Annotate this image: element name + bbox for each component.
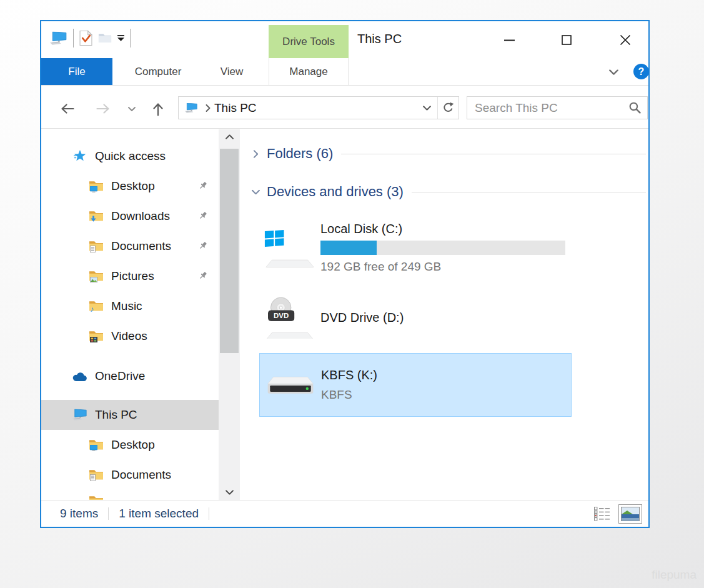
sidebar-item-videos[interactable]: Videos [41,321,219,351]
tab-file[interactable]: File [41,58,112,85]
new-folder-icon[interactable] [98,32,112,44]
sidebar-item-desktop[interactable]: Desktop [41,171,219,201]
tab-manage[interactable]: Manage [269,58,349,85]
scroll-down-icon[interactable] [219,486,240,499]
music-folder-icon: ♪ [89,300,104,312]
expand-ribbon-button[interactable] [605,66,622,78]
contextual-tab-drive-tools[interactable]: Drive Tools [269,25,349,58]
tab-view-label: View [221,66,244,78]
scroll-up-icon[interactable] [219,131,240,143]
folder-icon [89,495,104,500]
sidebar-spacer [41,351,219,361]
pin-icon [197,211,208,221]
pin-icon [197,181,208,191]
sidebar-item-partial[interactable] [41,490,219,500]
close-icon [620,34,631,46]
search-icon[interactable] [629,102,641,114]
properties-icon[interactable] [79,30,92,46]
view-switcher [592,504,642,524]
chevron-right-icon [252,150,260,158]
group-divider-line [412,192,646,192]
address-bar[interactable]: This PC [178,96,459,119]
refresh-button[interactable] [437,97,459,119]
group-header-devices-and-drives[interactable]: Devices and drives (3) [240,182,646,201]
hard-drive-windows-icon [259,227,320,267]
sidebar-item-quick-access[interactable]: Quick access [41,141,219,171]
videos-folder-icon [89,330,104,342]
sidebar-item-label: This PC [95,408,137,422]
dvd-badge-label: DVD [274,312,289,319]
breadcrumb-chevron-icon[interactable] [206,104,211,112]
recent-locations-button[interactable] [123,100,141,117]
chevron-down-icon [609,69,618,75]
sidebar-item-label: Documents [111,239,171,253]
sidebar-item-label: Desktop [111,438,155,452]
status-separator [209,507,209,520]
documents-folder-icon [89,469,104,481]
sidebar-item-documents[interactable]: Documents [41,231,219,261]
removable-drive-icon [260,374,321,396]
breadcrumb-location[interactable]: This PC [214,101,416,115]
tab-file-label: File [68,66,85,78]
drive-tile-local-disk-c[interactable]: Local Disk (C:) 192 GB free of 249 GB [259,214,572,281]
drive-info: DVD Drive (D:) [320,311,572,325]
sidebar-item-pictures[interactable]: Pictures [41,261,219,291]
scrollbar-thumb[interactable] [220,149,239,353]
forward-button[interactable] [92,100,114,117]
sidebar-item-this-pc-desktop[interactable]: Desktop [41,430,219,460]
details-view-icon [594,507,610,521]
sidebar-item-onedrive[interactable]: OneDrive [41,361,219,391]
toolbar-separator [130,29,131,47]
sidebar-item-label: Downloads [111,209,170,223]
refresh-icon [442,102,454,114]
sidebar-item-this-pc[interactable]: This PC [41,400,219,430]
minimize-button[interactable] [490,27,528,52]
this-pc-icon [50,31,67,46]
tab-computer[interactable]: Computer [121,58,195,85]
explorer-window: Drive Tools This PC File Computer View M… [40,20,650,528]
ribbon-tab-row: File Computer View Manage ? [41,58,648,86]
desktop-folder-icon [89,439,104,451]
watermark: filepuma [652,568,697,582]
address-dropdown-button[interactable] [416,97,437,119]
back-button[interactable] [56,100,78,117]
status-bar: 9 items 1 item selected [41,500,648,527]
search-box[interactable] [467,96,648,119]
help-button[interactable]: ? [633,64,649,79]
up-button[interactable] [147,100,169,117]
maximize-icon [562,35,572,45]
sidebar-item-label: Documents [111,468,171,482]
tab-view[interactable]: View [195,58,269,85]
quick-access-toolbar [50,29,131,47]
status-separator [108,507,109,520]
sidebar-item-label: OneDrive [95,369,145,383]
drive-tile-dvd-d[interactable]: DVD DVD Drive (D:) [259,289,572,346]
sidebar-item-downloads[interactable]: Downloads [41,201,219,231]
group-header-folders[interactable]: Folders (6) [240,144,646,163]
desktop-folder-icon [89,180,104,192]
back-arrow-icon [59,103,75,114]
documents-folder-icon [89,240,104,252]
sidebar-item-label: Videos [111,329,147,343]
chevron-down-icon [252,188,260,196]
sidebar-item-music[interactable]: ♪ Music [41,291,219,321]
window-title: This PC [357,32,402,46]
drive-free-space: 192 GB free of 249 GB [320,260,565,274]
toolbar-separator [73,29,74,47]
sidebar-scrollbar[interactable] [219,129,240,500]
sidebar-item-this-pc-documents[interactable]: Documents [41,460,219,490]
downloads-folder-icon [89,210,104,222]
drive-tile-kbfs-k[interactable]: KBFS (K:) KBFS [259,353,572,417]
search-input[interactable] [475,101,629,115]
customize-toolbar-dropdown-icon[interactable] [117,35,124,41]
details-view-button[interactable] [592,505,612,523]
pictures-folder-icon [89,270,104,282]
thumbnail-view-icon [621,507,640,521]
pin-icon [197,271,208,281]
close-button[interactable] [606,27,645,52]
group-title: Devices and drives (3) [267,184,404,200]
thumbnail-view-button[interactable] [618,504,642,524]
status-counts: 9 items 1 item selected [60,507,209,521]
drive-tools-label: Drive Tools [282,36,335,48]
maximize-button[interactable] [547,27,586,52]
